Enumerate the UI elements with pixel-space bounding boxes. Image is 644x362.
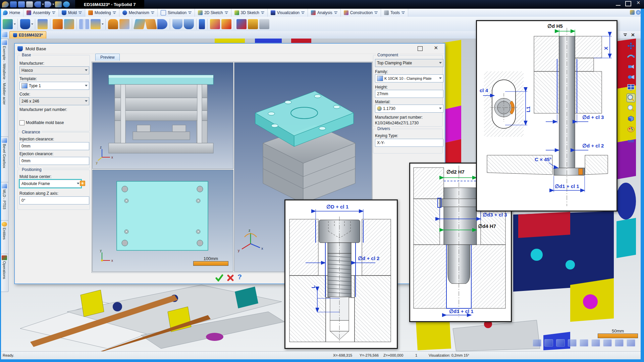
chevron-down-icon[interactable] <box>52 11 55 14</box>
ghost-tool-icon[interactable] <box>544 339 553 347</box>
cam-icon[interactable] <box>157 19 167 29</box>
close-button[interactable]: ✕ <box>636 1 641 5</box>
tab-assembly[interactable]: Assembly <box>23 9 59 17</box>
core-block-icon[interactable] <box>64 19 74 29</box>
document-tab-active[interactable]: ED16M4323* <box>9 31 46 39</box>
help-icon[interactable] <box>636 10 641 15</box>
ghost-tool-icon[interactable] <box>603 339 612 347</box>
mold-base-icon[interactable] <box>20 19 30 29</box>
undo-icon[interactable] <box>34 1 41 7</box>
pins-icon[interactable] <box>79 19 89 29</box>
sidebar-item-entities[interactable]: Entities <box>0 220 9 254</box>
stack-list-icon[interactable] <box>259 19 269 29</box>
view-cube-icon[interactable] <box>627 115 635 123</box>
chevron-down-icon[interactable] <box>301 11 305 14</box>
chevron-down-icon[interactable] <box>78 11 82 14</box>
chevron-down-icon[interactable] <box>374 11 378 14</box>
add-frame-button[interactable]: + <box>80 181 85 186</box>
preview-top-view[interactable]: y x 100mm <box>92 170 233 272</box>
preview-tab[interactable]: Preview <box>95 54 120 61</box>
projector-icon[interactable] <box>627 73 635 81</box>
viewports-icon[interactable] <box>627 83 635 92</box>
bom-icon[interactable] <box>248 19 258 29</box>
save-all-icon[interactable] <box>18 1 25 7</box>
dialog-cancel-button[interactable] <box>227 274 234 282</box>
chevron-down-icon[interactable] <box>151 11 154 14</box>
help-lines-icon[interactable]: ? <box>627 135 635 143</box>
tab-analysis[interactable]: Analysis <box>308 9 341 17</box>
chevron-down-icon[interactable] <box>113 11 116 14</box>
dropdown-icon[interactable] <box>31 23 33 25</box>
mold-project-icon[interactable] <box>3 19 13 29</box>
tab-mold[interactable]: Mold <box>59 9 85 17</box>
tab-home[interactable]: Home <box>0 9 23 17</box>
rotation-z-input[interactable]: 0° <box>19 196 89 204</box>
doc-close-icon[interactable]: ✕ <box>631 32 635 38</box>
sprue-puller-icon[interactable] <box>108 19 118 29</box>
ghost-tool-icon[interactable] <box>615 339 624 347</box>
material-select[interactable]: 1.1730 <box>375 105 443 113</box>
zoom-window-icon[interactable] <box>627 94 635 102</box>
dialog-maximize-button[interactable] <box>418 46 423 51</box>
pocket-machining-icon[interactable] <box>184 19 194 29</box>
dialog-close-button[interactable]: ✕ <box>434 45 438 51</box>
render-palette-icon[interactable] <box>627 125 635 133</box>
minimize-button[interactable] <box>616 1 621 6</box>
maximize-button[interactable] <box>625 1 631 6</box>
modifiable-checkbox[interactable] <box>19 120 24 125</box>
redo-icon[interactable] <box>45 1 51 7</box>
chevron-down-icon[interactable] <box>261 11 264 14</box>
redo-dropdown-icon[interactable] <box>52 4 54 5</box>
tab-mechanism[interactable]: Mechanism <box>119 9 158 17</box>
ejector-pin-icon[interactable] <box>38 19 48 29</box>
tab-tools[interactable]: Tools <box>381 9 408 17</box>
options-tool-icon[interactable] <box>630 10 635 15</box>
ghost-tool-icon[interactable] <box>533 339 541 347</box>
tab-2d-sketch[interactable]: 2D Sketch <box>195 9 231 17</box>
dropdown-icon[interactable] <box>102 23 104 25</box>
fitting-icon[interactable] <box>199 19 205 29</box>
chevron-down-icon[interactable] <box>188 11 192 14</box>
tab-simulation[interactable]: Simulation <box>158 9 195 17</box>
pin-set-icon[interactable] <box>91 19 101 29</box>
panel-chevron-icon[interactable] <box>624 34 627 36</box>
tab-construction[interactable]: Construction <box>341 9 381 17</box>
edit-pen-icon[interactable] <box>55 1 62 7</box>
sidebar-item-exemple[interactable]: Exemple - Métallerie - Mobilier acier <box>0 39 9 137</box>
undo-dropdown-icon[interactable] <box>42 4 44 5</box>
document-icon[interactable] <box>2 32 7 37</box>
sprue-bushing-icon[interactable] <box>119 19 129 29</box>
ghost-tool-icon[interactable] <box>627 339 635 347</box>
tab-3d-sketch[interactable]: 3D Sketch <box>231 9 268 17</box>
ejection-clearance-input[interactable]: 0mm <box>19 157 89 165</box>
dialog-ok-button[interactable] <box>215 274 223 282</box>
injection-clearance-input[interactable]: 0mm <box>19 142 89 150</box>
pocket-icon[interactable] <box>172 19 182 29</box>
ghost-tool-icon[interactable] <box>591 339 600 347</box>
dropdown-icon[interactable] <box>14 23 16 25</box>
zoom-icon[interactable] <box>627 104 635 112</box>
pan-icon[interactable] <box>627 42 635 50</box>
chevron-down-icon[interactable] <box>401 11 405 14</box>
template-select[interactable]: Type 1 <box>19 82 89 90</box>
tab-visualization[interactable]: Visualization <box>268 9 308 17</box>
save-icon[interactable] <box>10 1 17 7</box>
component-select[interactable]: Top Clamping Plate <box>375 59 443 67</box>
code-select[interactable]: 246 x 246 <box>19 97 89 105</box>
tab-modeling[interactable]: Modeling <box>85 9 119 17</box>
print-icon[interactable] <box>26 1 33 7</box>
chevron-down-icon[interactable] <box>225 11 228 14</box>
refresh-icon[interactable] <box>63 1 70 7</box>
rotate-icon[interactable] <box>627 52 635 60</box>
mold-base-center-select[interactable]: Absolute Frame <box>19 180 81 188</box>
preview-front-view[interactable]: z y x <box>92 62 233 169</box>
camera-view-icon[interactable] <box>627 63 635 71</box>
manufacturer-select[interactable]: Hasco <box>19 66 89 74</box>
chevron-down-icon[interactable] <box>334 11 337 14</box>
height-input[interactable]: 27mm <box>375 90 443 98</box>
dialog-help-button[interactable]: ? <box>237 273 242 281</box>
family-select[interactable]: K 10C/K 10 - Clamping Plate <box>375 74 443 82</box>
keying-type-input[interactable]: X-Y- <box>375 139 443 147</box>
sidebar-item-bevel-gearbox[interactable]: Bevel Gearbox <box>0 136 9 183</box>
slide-icon[interactable] <box>133 19 146 29</box>
